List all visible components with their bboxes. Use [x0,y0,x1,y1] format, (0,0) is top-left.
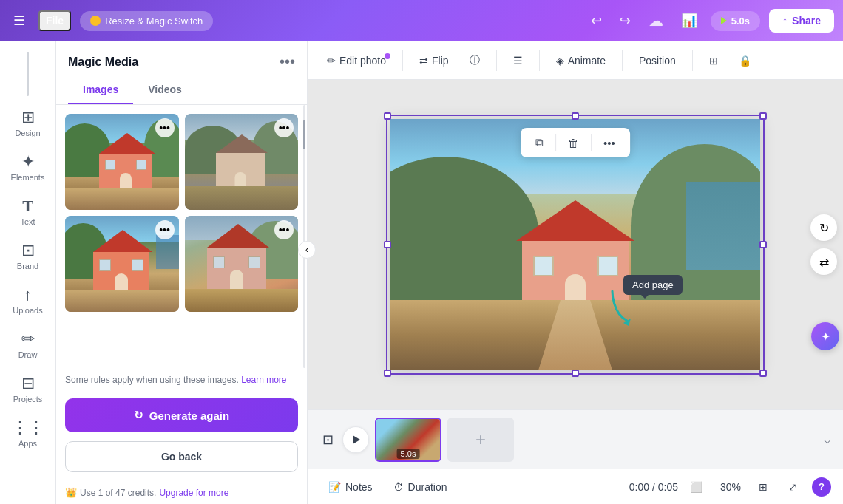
sidebar-item-draw[interactable]: ✏ Draw [3,324,53,365]
share-button[interactable]: ↑ Share [769,9,834,33]
icon-bar: ⊞ Design ✦ Elements T Text ⊡ Brand ↑ Upl… [0,41,56,504]
grid-button[interactable]: ⊞ [750,477,776,497]
refresh-design-button[interactable]: ↻ [810,214,837,241]
menu-lines-icon: ☰ [513,55,523,67]
time-display: 0:00 / 0:05 [629,481,678,493]
apps-icon: ⋮⋮ [12,418,44,437]
timeline-toggle-button[interactable]: ⊡ [319,429,336,451]
ctx-more-button[interactable]: ••• [597,133,621,153]
sidebar-item-brand[interactable]: ⊡ Brand [3,235,53,276]
toolbar-divider-2 [496,50,497,71]
main-layout: ⊞ Design ✦ Elements T Text ⊡ Brand ↑ Upl… [0,41,843,504]
add-page-button[interactable]: + [447,418,514,462]
edit-photo-button[interactable]: ✏ Edit photo [319,50,393,71]
ctx-delete-button[interactable]: 🗑 [562,133,585,153]
tab-row: Images Videos [56,76,307,105]
copy-icon: ⧉ [535,136,544,149]
ctx-copy-button[interactable]: ⧉ [529,132,549,153]
lock-button[interactable]: 🔒 [731,50,759,71]
undo-icon[interactable]: ↩ [586,8,606,33]
edit-photo-icon: ✏ [327,55,336,67]
context-toolbar: ⧉ 🗑 ••• [521,128,630,157]
learn-more-link[interactable]: Learn more [241,375,286,385]
page-icon: ⬜ [690,481,702,493]
sidebar-item-apps[interactable]: ⋮⋮ Apps [3,412,53,454]
timeline-thumbnail-1[interactable]: 5.0s [375,418,441,462]
info-button[interactable]: ⓘ [462,50,487,72]
handle-bottom-left[interactable] [384,370,391,377]
magic-assistant-button[interactable]: ✦ [811,322,839,350]
resize-magic-switch-button[interactable]: Resize & Magic Switch [80,11,213,31]
bottom-bar: 📝 Notes ⏱ Duration 0:00 / 0:05 ⬜ 30% ⊞ ⤢… [308,469,843,504]
house-window-right [597,256,618,276]
image-card-4-more-button[interactable]: ••• [274,220,294,239]
handle-top-right[interactable] [759,112,767,120]
resize-dot-icon [90,16,101,26]
play-icon [721,17,727,24]
sea-layer [686,182,760,270]
toolbar-divider-3 [539,50,540,71]
duration-button[interactable]: ⏱ Duration [385,477,456,497]
tab-images[interactable]: Images [68,76,133,104]
cloud-save-icon[interactable]: ☁ [644,7,668,34]
collapse-panel-button[interactable]: ‹ [298,241,316,259]
share-icon: ↑ [782,15,788,27]
elements-icon: ✦ [21,152,35,171]
scroll-thumb[interactable] [303,120,305,149]
tab-videos[interactable]: Videos [133,76,197,104]
analytics-icon[interactable]: 📊 [677,8,702,33]
image-card-1[interactable]: ••• [65,114,179,210]
expand-icon: ⤢ [788,481,797,493]
expand-button[interactable]: ⤢ [779,477,806,497]
canvas-toolbar: ✏ Edit photo ⇄ Flip ⓘ ☰ ◈ Animate [308,41,843,80]
image-card-2[interactable]: ••• [185,114,299,210]
sidebar-item-design[interactable]: ⊞ Design [3,102,53,143]
brand-icon: ⊡ [21,241,35,260]
flip-icon: ⇄ [419,55,428,67]
canvas-background: ⧉ 🗑 ••• [390,119,760,370]
redo-icon[interactable]: ↪ [615,8,635,33]
sidebar-item-projects[interactable]: ⊟ Projects [3,368,53,409]
handle-mid-right[interactable] [759,241,767,248]
show-pages-button[interactable]: ⌵ [824,432,831,446]
help-button[interactable]: ? [812,477,831,497]
plus-icon: + [475,429,486,450]
timeline-play-button[interactable] [342,426,369,453]
refresh-icon: ↻ [819,221,829,235]
go-back-button[interactable]: Go back [65,441,298,472]
sidebar-item-elements[interactable]: ✦ Elements [3,146,53,188]
image-card-4[interactable]: ••• [185,216,299,312]
handle-bottom-mid[interactable] [572,370,579,377]
swap-image-button[interactable]: ⇄ [810,248,837,275]
position-button[interactable]: Position [632,50,683,71]
image-card-2-more-button[interactable]: ••• [274,118,294,137]
image-card-3[interactable]: ••• [65,216,179,312]
scroll-indicator [27,52,29,96]
house-walls [522,241,629,307]
file-button[interactable]: File [38,10,71,31]
animate-button[interactable]: ◈ Animate [549,50,613,71]
panel-more-button[interactable]: ••• [280,53,295,70]
page-layout-button[interactable]: ⬜ [681,477,711,497]
thumbnail-time-label: 5.0s [397,449,420,459]
menu-lines-button[interactable]: ☰ [506,50,530,71]
mosaic-icon: ⊞ [709,55,718,67]
timer-button[interactable]: 5.0s [711,11,760,31]
notes-button[interactable]: 📝 Notes [319,477,382,497]
ctx-divider-2 [591,134,592,151]
zoom-level: 30% [714,481,747,493]
left-panel: Magic Media ••• Images Videos [56,41,308,504]
sidebar-item-text[interactable]: T Text [3,191,53,232]
image-card-1-more-button[interactable]: ••• [155,118,175,137]
toolbar-divider-1 [402,50,403,71]
upgrade-link[interactable]: Upgrade for more [159,488,228,498]
topbar: ☰ File Resize & Magic Switch ↩ ↪ ☁ 📊 5.0… [0,0,843,41]
flip-button[interactable]: ⇄ Flip [412,50,456,71]
generate-again-button[interactable]: ↻ Generate again [65,398,298,432]
mosaic-button[interactable]: ⊞ [702,50,725,71]
image-card-3-more-button[interactable]: ••• [155,220,175,239]
sidebar-item-uploads[interactable]: ↑ Uploads [3,279,53,321]
panel-header: Magic Media ••• [56,41,307,76]
menu-icon[interactable]: ☰ [9,8,30,33]
handle-bottom-right[interactable] [759,370,767,377]
